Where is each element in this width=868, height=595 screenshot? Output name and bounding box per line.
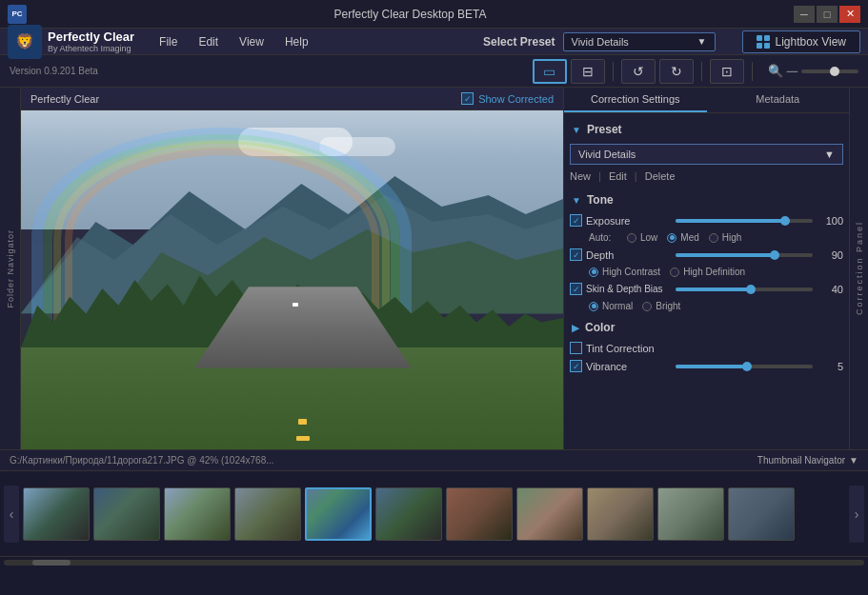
preset-value-dropdown[interactable]: Vivid Details ▼ (570, 144, 843, 165)
auto-label: Auto: (589, 232, 617, 243)
photo-display (21, 110, 563, 449)
road-marking (298, 419, 307, 426)
rotate-right-button[interactable]: ↻ (659, 59, 694, 84)
thumbnail-4[interactable] (234, 487, 301, 541)
auto-low-label: Low (640, 232, 657, 243)
thumbnail-strip: ‹ › (0, 470, 868, 556)
color-section-header[interactable]: ▶ Color (570, 317, 843, 338)
thumbnail-9[interactable] (587, 487, 654, 541)
normal-label: Normal (602, 301, 633, 311)
exposure-label: Exposure (586, 215, 672, 227)
thumbnail-10[interactable] (657, 487, 724, 541)
logo-sub: By Athentech Imaging (48, 44, 134, 53)
high-contrast-option[interactable]: High Contrast (589, 267, 660, 277)
image-header: Perfectly Clear ✓ Show Corrected (21, 88, 563, 110)
menu-file[interactable]: File (150, 32, 187, 51)
exposure-value: 100 (817, 215, 843, 227)
bright-radio (642, 302, 652, 311)
thumbnail-11[interactable] (728, 487, 795, 541)
bright-label: Bright (656, 301, 680, 311)
folder-navigator-label: Folder Navigator (6, 229, 15, 308)
auto-high-label: High (722, 232, 742, 243)
exposure-checkbox[interactable]: ✓ (570, 214, 582, 227)
depth-value: 90 (817, 249, 843, 261)
auto-low-radio (627, 233, 636, 243)
thumb-prev-button[interactable]: ‹ (4, 486, 19, 543)
thumbnail-8[interactable] (516, 487, 583, 541)
left-sidebar: Folder Navigator (0, 88, 21, 449)
statusbar: G:/Картинки/Природа/11дорога217.JPG @ 42… (0, 449, 868, 470)
rotate-right-icon: ↻ (671, 64, 682, 79)
scroll-track (4, 560, 864, 565)
skin-depth-checkbox[interactable]: ✓ (570, 283, 582, 295)
split-view-button[interactable]: ⊟ (571, 59, 605, 84)
preset-area: Select Preset Vivid Details ▼ Lightbox V… (483, 30, 860, 53)
skin-sub-options: Normal Bright (570, 301, 843, 311)
preset-section-header[interactable]: ▼ Preset (570, 119, 843, 140)
menu-help[interactable]: Help (275, 32, 318, 51)
auto-med-radio (667, 233, 676, 243)
vibrance-checkbox[interactable]: ✓ (570, 360, 582, 372)
show-corrected-toggle[interactable]: ✓ Show Corrected (461, 92, 554, 105)
skin-depth-slider[interactable] (676, 288, 813, 291)
auto-med-label: Med (680, 232, 698, 243)
normal-option[interactable]: Normal (589, 301, 633, 311)
image-canvas (21, 110, 563, 449)
tint-correction-label: Tint Correction (586, 343, 672, 354)
preset-selector[interactable]: Vivid Details ▼ (563, 32, 716, 51)
thumbnail-7[interactable] (446, 487, 513, 541)
minimize-button[interactable]: ─ (794, 6, 815, 23)
auto-high-option[interactable]: High (709, 232, 742, 243)
single-view-button[interactable]: ▭ (533, 59, 567, 84)
scroll-thumb[interactable] (32, 560, 71, 565)
maximize-button[interactable]: □ (817, 6, 838, 23)
rotate-left-button[interactable]: ↺ (621, 59, 656, 84)
road-marking-2 (296, 436, 310, 441)
preset-dropdown-arrow: ▼ (697, 36, 707, 47)
image-title: Perfectly Clear (30, 93, 99, 105)
tab-correction-settings[interactable]: Correction Settings (564, 88, 707, 112)
zoom-area: 🔍 ─ (768, 63, 858, 80)
thumbnail-2[interactable] (93, 487, 160, 541)
preset-edit-button[interactable]: Edit (609, 170, 627, 182)
menu-view[interactable]: View (230, 32, 273, 51)
single-view-icon: ▭ (543, 64, 555, 79)
exposure-slider[interactable] (676, 219, 813, 223)
zoom-slider[interactable] (801, 69, 858, 73)
thumb-next-button[interactable]: › (849, 486, 864, 543)
tint-correction-checkbox[interactable] (570, 342, 582, 354)
bright-option[interactable]: Bright (642, 301, 680, 311)
auto-low-option[interactable]: Low (627, 232, 657, 243)
zoom-minus-icon: ─ (787, 63, 797, 80)
auto-med-option[interactable]: Med (667, 232, 698, 243)
tab-metadata[interactable]: Metadata (707, 88, 850, 112)
skin-depth-label: Skin & Depth Bias (586, 284, 672, 294)
exposure-fill (676, 219, 785, 223)
preset-new-button[interactable]: New (570, 170, 591, 182)
menu-edit[interactable]: Edit (189, 32, 228, 51)
thumbnail-6[interactable] (375, 487, 442, 541)
show-corrected-label: Show Corrected (478, 93, 554, 105)
horizontal-scrollbar[interactable] (0, 556, 868, 567)
toolbar-bar: Version 0.9.201 Beta ▭ ⊟ ↺ ↻ ⊡ 🔍 ─ (0, 55, 868, 88)
crop-button[interactable]: ⊡ (710, 59, 744, 84)
vibrance-row: ✓ Vibrance 5 (570, 360, 843, 372)
thumbnail-3[interactable] (164, 487, 231, 541)
preset-section-label: Preset (587, 123, 622, 136)
preset-current-value: Vivid Details (572, 36, 629, 48)
vibrance-slider[interactable] (676, 365, 813, 368)
depth-slider[interactable] (676, 253, 813, 257)
thumbnail-1[interactable] (23, 487, 90, 541)
preset-dropdown-value: Vivid Details (578, 149, 636, 160)
tone-section-header[interactable]: ▼ Tone (570, 189, 843, 210)
high-definition-option[interactable]: High Definition (670, 267, 745, 277)
thumbnail-navigator-toggle[interactable]: Thumbnail Navigator ▼ (757, 455, 858, 466)
tone-collapse-arrow: ▼ (572, 195, 581, 206)
lightbox-label: Lightbox View (776, 35, 847, 49)
thumbnail-5[interactable] (305, 487, 372, 541)
close-button[interactable]: ✕ (839, 6, 860, 23)
correction-panel-label: Correction Panel (855, 221, 864, 315)
lightbox-view-button[interactable]: Lightbox View (742, 30, 861, 53)
depth-checkbox[interactable]: ✓ (570, 248, 582, 261)
preset-delete-button[interactable]: Delete (645, 170, 676, 182)
